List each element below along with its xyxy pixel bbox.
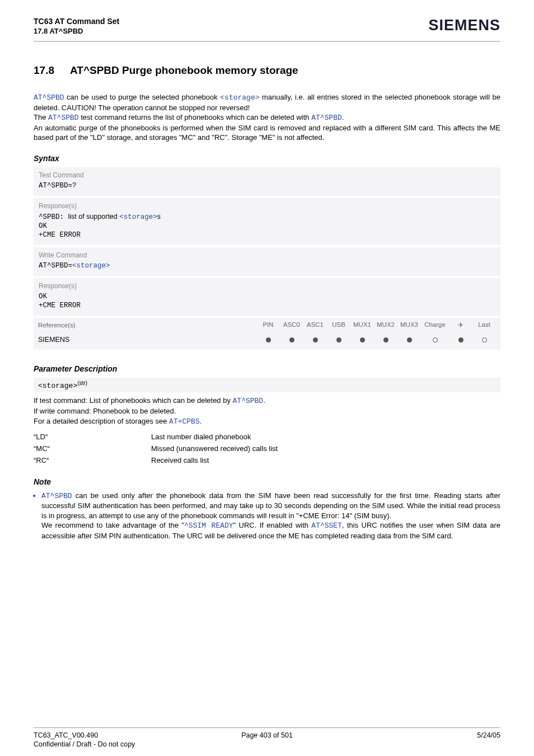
param-desc-text: If write command: Phonebook to be delete… xyxy=(34,407,176,415)
empty-dot-icon xyxy=(482,337,487,342)
ref-label: Reference(s) xyxy=(38,322,256,328)
cmd-ref: AT^SPBD xyxy=(311,114,342,122)
intro-text: An automatic purge of the phonebooks is … xyxy=(34,124,500,142)
block-label: Response(s) xyxy=(39,202,495,210)
col-header: ASC1 xyxy=(303,321,327,329)
col-header: MUX1 xyxy=(350,321,374,329)
support-dot xyxy=(421,336,449,344)
ref-headers: PIN ASC0 ASC1 USB MUX1 MUX2 MUX3 Charge … xyxy=(256,321,496,329)
section-heading: AT^SPBD Purge phonebook memory storage xyxy=(70,64,298,77)
cmd-ref: AT+CPBS xyxy=(169,417,200,426)
cmd-ref: AT^SPBD xyxy=(233,397,264,405)
filled-dot-icon xyxy=(458,337,463,342)
param-heading: Parameter Description xyxy=(34,364,500,373)
support-dot xyxy=(449,336,472,344)
intro-paragraph: AT^SPBD can be used to purge the selecte… xyxy=(34,92,500,143)
filled-dot-icon xyxy=(313,337,318,342)
test-command: AT^SPBD=? xyxy=(39,182,495,190)
param-name-box: <storage>(str) xyxy=(34,378,500,392)
param-ref: <storage> xyxy=(119,213,157,221)
intro-text: test command returns the list of phonebo… xyxy=(79,113,312,121)
col-header: Charge xyxy=(421,321,449,329)
cmd-prefix: AT^SPBD= xyxy=(39,262,72,270)
section-number: 17.8 xyxy=(34,64,54,77)
plane-icon: ✈ xyxy=(449,321,472,329)
filled-dot-icon xyxy=(289,337,294,342)
write-command-block: Write Command AT^SPBD=<storage> xyxy=(34,247,500,276)
value-text: Last number dialed phonebook xyxy=(151,431,500,443)
page-footer: TC63_ATC_V00.490 Page 403 of 501 5/24/05 xyxy=(34,727,500,739)
value-code: “RC“ xyxy=(34,454,151,466)
filled-dot-icon xyxy=(360,337,365,342)
value-code: “LD“ xyxy=(34,431,151,443)
param-desc-text: . xyxy=(200,417,202,425)
block-label: Test Command xyxy=(39,171,495,179)
cmd-ref: AT^SSET xyxy=(311,522,342,530)
doc-subtitle: 17.8 AT^SPBD xyxy=(34,27,119,35)
dot-cells xyxy=(256,336,496,344)
resp-suffix: s xyxy=(157,213,161,220)
col-header: USB xyxy=(327,321,350,329)
doc-title: TC63 AT Command Set xyxy=(34,17,119,26)
support-dot xyxy=(256,336,280,344)
write-response-block: Response(s) OK +CME ERROR xyxy=(34,278,500,316)
filled-dot-icon xyxy=(383,337,388,342)
cmd-ref: AT^SPBD xyxy=(41,492,72,500)
value-text: Missed (unanswered received) calls list xyxy=(151,443,500,454)
col-header: PIN xyxy=(256,321,280,329)
param-description: If test command: List of phonebooks whic… xyxy=(34,396,500,428)
param-type: (str) xyxy=(77,380,87,386)
param-ref: <storage> xyxy=(72,262,110,270)
table-row: “LD“ Last number dialed phonebook xyxy=(34,431,500,443)
resp-text: list of supported xyxy=(68,213,120,220)
footer-right: 5/24/05 xyxy=(345,731,500,739)
support-dot xyxy=(350,336,374,344)
block-label: Write Command xyxy=(39,251,495,259)
brand-logo: SIEMENS xyxy=(428,17,500,34)
col-header: ASC0 xyxy=(280,321,303,329)
support-dot xyxy=(472,336,496,344)
param-desc-text: For a detailed description of storages s… xyxy=(34,417,169,425)
footer-left: TC63_ATC_V00.490 xyxy=(34,731,189,739)
header-left: TC63 AT Command Set 17.8 AT^SPBD xyxy=(34,17,119,35)
value-text: Received calls list xyxy=(151,454,500,466)
cmd-ref: AT^SPBD xyxy=(34,93,64,102)
resp-prefix: ^SPBD: xyxy=(39,213,68,221)
response-ok: OK xyxy=(39,293,495,300)
param-ref: <storage> xyxy=(220,93,259,102)
response-cme: +CME ERROR xyxy=(39,231,495,239)
urc-ref: ^SSIM READY xyxy=(184,522,233,530)
note-text: can be used only after the phonebook dat… xyxy=(41,491,500,520)
response-cme: +CME ERROR xyxy=(39,302,495,309)
response-line: ^SPBD: list of supported <storage>s xyxy=(39,213,495,221)
col-header: Last xyxy=(472,321,496,329)
section-title: 17.8 AT^SPBD Purge phonebook memory stor… xyxy=(34,64,500,77)
list-item: AT^SPBD can be used only after the phone… xyxy=(41,491,500,541)
filled-dot-icon xyxy=(336,337,341,342)
cmd-ref: AT^SPBD xyxy=(48,114,79,122)
support-dot xyxy=(327,336,350,344)
test-command-block: Test Command AT^SPBD=? xyxy=(34,167,500,196)
note-heading: Note xyxy=(34,477,500,486)
block-label: Response(s) xyxy=(39,282,495,290)
footer-confidential: Confidential / Draft - Do not copy xyxy=(34,740,135,748)
reference-value-row: SIEMENS xyxy=(34,332,500,350)
col-header: MUX3 xyxy=(397,321,421,329)
param-name: <storage> xyxy=(38,382,77,390)
ref-siemens: SIEMENS xyxy=(38,336,256,344)
note-list: AT^SPBD can be used only after the phone… xyxy=(34,491,500,541)
col-header: MUX2 xyxy=(374,321,397,329)
response-ok: OK xyxy=(39,222,495,230)
intro-text: The xyxy=(34,113,48,121)
table-row: “RC“ Received calls list xyxy=(34,454,500,466)
empty-dot-icon xyxy=(433,337,438,342)
note-text: We recommend to take advantage of the " xyxy=(41,521,184,529)
write-command: AT^SPBD=<storage> xyxy=(39,262,495,270)
intro-text: . xyxy=(342,113,344,121)
page-header: TC63 AT Command Set 17.8 AT^SPBD SIEMENS xyxy=(34,17,500,42)
support-dot xyxy=(397,336,421,344)
syntax-heading: Syntax xyxy=(34,154,500,163)
support-dot xyxy=(374,336,397,344)
filled-dot-icon xyxy=(407,337,412,342)
support-dot xyxy=(303,336,327,344)
